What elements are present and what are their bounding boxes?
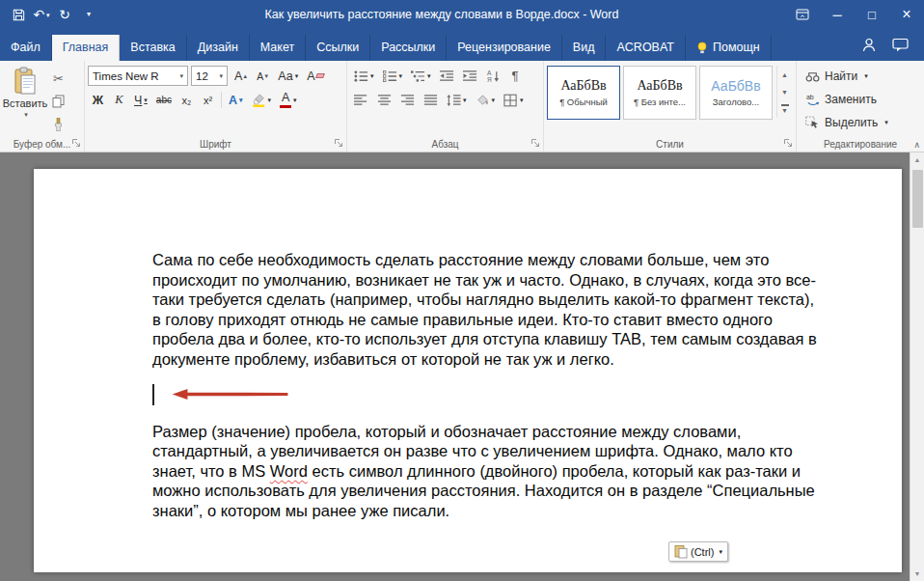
decrease-indent-button[interactable] [436,66,458,87]
quick-access-toolbar: ↶▾ ↻ ▾ [0,3,98,26]
paste-options-button[interactable]: (Ctrl) ▾ [668,541,728,562]
font-group: Times New R▾ 12▾ А▲ А▼ Аа▾ А Ж К Ч▾ abc … [85,61,347,152]
svg-text:А: А [486,69,491,76]
clear-formatting-button[interactable]: А [303,66,327,87]
shading-button[interactable]: ▾ [472,90,500,111]
tab-view[interactable]: Вид [562,35,607,61]
tab-home[interactable]: Главная [52,35,121,61]
scroll-up-button[interactable]: ▲ [910,152,924,167]
style-name: ¶ Обычный [559,97,608,107]
subscript-button[interactable]: x₂ [177,90,197,111]
style-name: ¶ Без инте... [634,97,686,107]
dropdown-icon: ▾ [492,97,496,103]
scroll-down-button[interactable]: ▼ [910,567,924,581]
line-spacing-button[interactable]: ▾ [443,90,471,111]
tab-file[interactable]: Файл [0,35,52,61]
close-button[interactable]: × [889,0,924,29]
ribbon-display-options-icon [796,8,809,21]
redo-button[interactable]: ↻ [54,3,75,26]
tab-tell-me[interactable]: Помощн [686,35,772,61]
tab-references[interactable]: Ссылки [306,35,370,61]
account-icon[interactable] [861,38,877,52]
style-no-spacing[interactable]: АаБбВв ¶ Без инте... [623,66,696,120]
scrollbar-thumb[interactable] [912,170,923,228]
dropdown-icon: ▾ [427,72,431,79]
find-button[interactable]: Найти ▾ [805,66,921,86]
text-effects-button[interactable]: А▾ [225,90,247,111]
shrink-font-button[interactable]: А▼ [253,66,273,87]
dropdown-icon: ▾ [520,97,524,103]
format-painter-button[interactable] [47,114,69,135]
justify-button[interactable] [420,90,442,111]
dropdown-icon: ▾ [179,72,183,79]
increase-indent-button[interactable] [459,66,481,87]
editing-group-label: Редактирование [797,139,924,150]
superscript-glyph: x² [204,95,212,106]
redo-icon: ↻ [59,7,70,22]
tab-insert[interactable]: Вставка [120,35,186,61]
italic-button[interactable]: К [109,90,129,111]
numbering-button[interactable]: ▾ [379,66,407,87]
document-page[interactable]: Сама по себе необходимость сделать расст… [34,169,902,572]
styles-dialog-launcher[interactable] [783,138,794,149]
tab-design[interactable]: Дизайн [187,35,250,61]
sort-button[interactable]: АЯ [482,66,504,87]
comments-icon[interactable] [892,38,909,52]
tab-acrobat[interactable]: ACROBAT [606,35,686,61]
paste-button[interactable]: Вставить ▾ [3,64,47,135]
select-button[interactable]: Выделить ▾ [805,112,921,132]
styles-scroll-up-button[interactable]: ▲ [777,66,792,83]
change-case-button[interactable]: Аа▾ [274,66,302,87]
styles-scroll-down-button[interactable]: ▼ [777,83,792,100]
bold-button[interactable]: Ж [88,90,108,111]
align-left-button[interactable] [350,90,372,111]
dropdown-icon: ▾ [864,72,868,79]
ribbon-display-options-button[interactable] [785,0,820,29]
show-marks-button[interactable]: ¶ [505,66,526,87]
save-button[interactable] [8,3,29,26]
multilevel-list-button[interactable]: ▾ [407,66,435,87]
text-effects-letter: А [229,94,237,107]
paragraph-dialog-launcher[interactable] [530,138,541,149]
tab-mailings[interactable]: Рассылки [370,35,447,61]
superscript-button[interactable]: x² [198,90,218,111]
bullets-button[interactable]: ▾ [350,66,378,87]
font-name-select[interactable]: Times New R▾ [88,66,188,86]
clipboard-dialog-launcher[interactable] [71,138,82,149]
maximize-button[interactable]: □ [855,0,889,29]
style-sample: АаБбВв [637,78,682,94]
font-size-select[interactable]: 12▾ [191,66,228,86]
underline-button[interactable]: Ч▾ [130,90,151,111]
grow-font-button[interactable]: А▲ [231,66,252,87]
customize-quick-access-button[interactable]: ▾ [77,3,98,26]
tab-review[interactable]: Рецензирование [447,35,562,61]
align-center-button[interactable] [373,90,395,111]
font-color-button[interactable]: А ▾ [276,90,301,111]
tab-layout[interactable]: Макет [250,35,306,61]
style-normal[interactable]: АаБбВв ¶ Обычный [547,66,620,120]
select-icon [805,116,820,129]
borders-button[interactable]: ▾ [500,90,528,111]
collapse-ribbon-button[interactable]: ∧ [913,140,920,150]
styles-more-button[interactable]: ▼ [777,100,792,118]
align-right-button[interactable] [396,90,419,111]
strikethrough-button[interactable]: abc [152,90,176,111]
sort-icon: АЯ [486,69,501,83]
vertical-scrollbar[interactable]: ▲ ▼ [910,152,924,581]
highlight-button[interactable]: ▾ [248,90,276,111]
cut-button[interactable]: ✂ [47,68,69,89]
styles-gallery-scroll: ▲ ▼ ▼ [776,66,792,118]
replace-button[interactable]: ab Заменить [805,89,921,109]
decrease-indent-icon [440,69,454,83]
editing-controls: Найти ▾ ab Заменить Выделить ▾ [800,64,921,132]
font-dialog-launcher[interactable] [334,138,344,149]
copy-button[interactable] [47,91,69,112]
styles-group: АаБбВв ¶ Обычный АаБбВв ¶ Без инте... Аа… [544,61,797,152]
copy-icon [51,95,66,108]
undo-button[interactable]: ↶▾ [31,3,52,26]
paragraph-1: Сама по себе необходимость сделать расст… [152,250,818,370]
paste-options-icon [674,544,688,559]
chevron-up-icon: ∧ [913,140,920,150]
minimize-button[interactable]: ─ [820,0,855,29]
style-heading-1[interactable]: АаБбВв Заголово... [699,66,773,120]
